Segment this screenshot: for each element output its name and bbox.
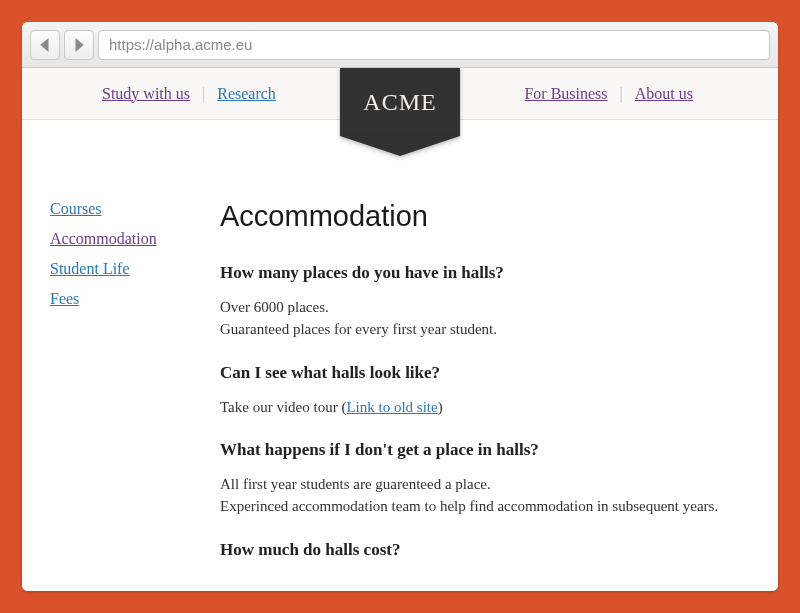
sidebar: Courses Accommodation Student Life Fees <box>50 200 210 574</box>
back-button[interactable] <box>30 30 60 60</box>
sidebar-item-student-life[interactable]: Student Life <box>50 260 210 278</box>
page-body: Study with us | Research ACME For Busine… <box>22 68 778 591</box>
logo-banner: ACME <box>340 68 460 156</box>
nav-research[interactable]: Research <box>217 85 276 103</box>
page-title: Accommodation <box>220 200 750 233</box>
logo-text: ACME <box>340 68 460 136</box>
forward-icon <box>73 38 85 52</box>
nav-for-business[interactable]: For Business <box>524 85 607 103</box>
logo-banner-point <box>340 136 460 156</box>
faq-question: Can I see what halls look like? <box>220 363 750 383</box>
sidebar-item-accommodation[interactable]: Accommodation <box>50 230 210 248</box>
nav-separator: | <box>202 85 205 103</box>
content-area: Courses Accommodation Student Life Fees … <box>22 120 778 574</box>
back-icon <box>39 38 51 52</box>
video-tour-link[interactable]: Link to old site <box>346 399 437 415</box>
faq-question: How much do halls cost? <box>220 540 750 560</box>
top-nav: Study with us | Research ACME For Busine… <box>22 68 778 120</box>
faq-question: What happens if I don't get a place in h… <box>220 440 750 460</box>
url-input[interactable] <box>98 30 770 60</box>
forward-button[interactable] <box>64 30 94 60</box>
faq-question: How many places do you have in halls? <box>220 263 750 283</box>
browser-toolbar <box>22 22 778 68</box>
top-nav-right: For Business | About us <box>524 85 693 103</box>
sidebar-item-fees[interactable]: Fees <box>50 290 210 308</box>
browser-window: Study with us | Research ACME For Busine… <box>22 22 778 591</box>
faq-answer: Take our video tour (Link to old site) <box>220 397 750 419</box>
faq-answer-text: Take our video tour ( <box>220 399 346 415</box>
faq-answer: Over 6000 places.Guaranteed places for e… <box>220 297 750 341</box>
nav-separator: | <box>620 85 623 103</box>
faq-answer: All first year students are guarenteed a… <box>220 474 750 518</box>
nav-about-us[interactable]: About us <box>635 85 693 103</box>
top-nav-left: Study with us | Research <box>102 85 276 103</box>
faq-answer-text: ) <box>438 399 443 415</box>
nav-study-with-us[interactable]: Study with us <box>102 85 190 103</box>
main-content: Accommodation How many places do you hav… <box>210 200 750 574</box>
sidebar-item-courses[interactable]: Courses <box>50 200 210 218</box>
